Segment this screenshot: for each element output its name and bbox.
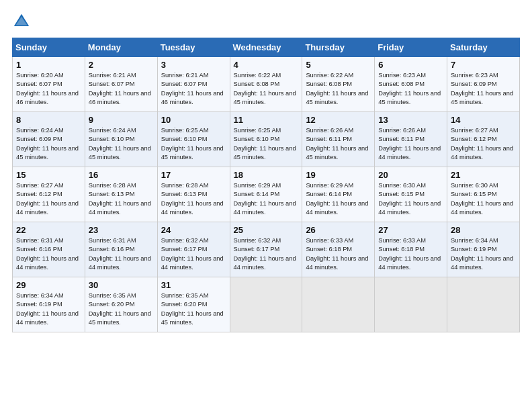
page: SundayMondayTuesdayWednesdayThursdayFrid…: [0, 0, 532, 411]
calendar-cell: 4Sunrise: 6:22 AMSunset: 6:08 PMDaylight…: [230, 57, 302, 112]
calendar-week-row: 22Sunrise: 6:31 AMSunset: 6:16 PMDayligh…: [13, 222, 520, 277]
day-number: 26: [306, 225, 371, 235]
calendar-cell: 22Sunrise: 6:31 AMSunset: 6:16 PMDayligh…: [13, 222, 85, 277]
day-info: Sunrise: 6:27 AMSunset: 6:12 PMDaylight:…: [451, 126, 516, 163]
day-number: 10: [161, 115, 226, 125]
day-number: 5: [306, 60, 371, 70]
day-info: Sunrise: 6:20 AMSunset: 6:07 PMDaylight:…: [16, 71, 81, 107]
logo-icon: [12, 12, 31, 31]
day-number: 19: [306, 170, 371, 180]
day-info: Sunrise: 6:29 AMSunset: 6:14 PMDaylight:…: [306, 181, 371, 218]
day-info: Sunrise: 6:32 AMSunset: 6:17 PMDaylight:…: [234, 236, 299, 273]
calendar-cell: [302, 277, 375, 332]
day-number: 25: [234, 225, 299, 235]
calendar-cell: 14Sunrise: 6:27 AMSunset: 6:12 PMDayligh…: [447, 112, 520, 167]
day-number: 7: [451, 60, 516, 70]
calendar-cell: 30Sunrise: 6:35 AMSunset: 6:20 PMDayligh…: [85, 277, 157, 332]
calendar-week-row: 29Sunrise: 6:34 AMSunset: 6:19 PMDayligh…: [13, 277, 520, 332]
day-info: Sunrise: 6:25 AMSunset: 6:10 PMDaylight:…: [161, 126, 226, 163]
day-number: 11: [234, 115, 299, 125]
day-info: Sunrise: 6:25 AMSunset: 6:10 PMDaylight:…: [234, 126, 299, 163]
weekday-header-thursday: Thursday: [302, 38, 375, 57]
day-number: 17: [161, 170, 226, 180]
day-info: Sunrise: 6:26 AMSunset: 6:11 PMDaylight:…: [306, 126, 371, 163]
day-info: Sunrise: 6:22 AMSunset: 6:08 PMDaylight:…: [306, 71, 371, 107]
day-number: 15: [16, 170, 81, 180]
weekday-header-sunday: Sunday: [13, 38, 85, 57]
calendar-week-row: 15Sunrise: 6:27 AMSunset: 6:12 PMDayligh…: [13, 167, 520, 222]
day-info: Sunrise: 6:28 AMSunset: 6:13 PMDaylight:…: [161, 181, 226, 218]
day-number: 28: [451, 225, 516, 235]
day-number: 27: [378, 225, 443, 235]
day-number: 2: [89, 60, 154, 70]
day-number: 8: [16, 115, 81, 125]
day-info: Sunrise: 6:28 AMSunset: 6:13 PMDaylight:…: [89, 181, 154, 218]
day-info: Sunrise: 6:31 AMSunset: 6:16 PMDaylight:…: [16, 236, 81, 273]
day-info: Sunrise: 6:34 AMSunset: 6:19 PMDaylight:…: [16, 291, 81, 328]
calendar-cell: 27Sunrise: 6:33 AMSunset: 6:18 PMDayligh…: [375, 222, 447, 277]
weekday-header-saturday: Saturday: [447, 38, 520, 57]
day-number: 20: [378, 170, 443, 180]
day-info: Sunrise: 6:29 AMSunset: 6:14 PMDaylight:…: [234, 181, 299, 218]
day-number: 31: [161, 280, 226, 290]
day-number: 12: [306, 115, 371, 125]
day-number: 29: [16, 280, 81, 290]
calendar-cell: 24Sunrise: 6:32 AMSunset: 6:17 PMDayligh…: [157, 222, 230, 277]
calendar-cell: 18Sunrise: 6:29 AMSunset: 6:14 PMDayligh…: [230, 167, 302, 222]
calendar-cell: 2Sunrise: 6:21 AMSunset: 6:07 PMDaylight…: [85, 57, 157, 112]
day-info: Sunrise: 6:35 AMSunset: 6:20 PMDaylight:…: [161, 291, 226, 328]
calendar-cell: 10Sunrise: 6:25 AMSunset: 6:10 PMDayligh…: [157, 112, 230, 167]
day-number: 23: [89, 225, 154, 235]
calendar-cell: 26Sunrise: 6:33 AMSunset: 6:18 PMDayligh…: [302, 222, 375, 277]
header: [12, 12, 520, 31]
day-info: Sunrise: 6:33 AMSunset: 6:18 PMDaylight:…: [306, 236, 371, 273]
day-info: Sunrise: 6:23 AMSunset: 6:09 PMDaylight:…: [451, 71, 516, 107]
day-info: Sunrise: 6:31 AMSunset: 6:16 PMDaylight:…: [89, 236, 154, 273]
day-info: Sunrise: 6:27 AMSunset: 6:12 PMDaylight:…: [16, 181, 81, 218]
calendar-cell: 31Sunrise: 6:35 AMSunset: 6:20 PMDayligh…: [157, 277, 230, 332]
calendar-week-row: 1Sunrise: 6:20 AMSunset: 6:07 PMDaylight…: [13, 57, 520, 112]
day-info: Sunrise: 6:26 AMSunset: 6:11 PMDaylight:…: [378, 126, 443, 163]
day-number: 13: [378, 115, 443, 125]
weekday-header-wednesday: Wednesday: [230, 38, 302, 57]
calendar-cell: 19Sunrise: 6:29 AMSunset: 6:14 PMDayligh…: [302, 167, 375, 222]
logo: [12, 12, 34, 31]
day-info: Sunrise: 6:30 AMSunset: 6:15 PMDaylight:…: [378, 181, 443, 218]
weekday-header-tuesday: Tuesday: [157, 38, 230, 57]
day-info: Sunrise: 6:30 AMSunset: 6:15 PMDaylight:…: [451, 181, 516, 218]
weekday-header-friday: Friday: [375, 38, 447, 57]
day-number: 1: [16, 60, 81, 70]
day-info: Sunrise: 6:24 AMSunset: 6:10 PMDaylight:…: [89, 126, 154, 163]
calendar-cell: 8Sunrise: 6:24 AMSunset: 6:09 PMDaylight…: [13, 112, 85, 167]
day-number: 24: [161, 225, 226, 235]
calendar-cell: 13Sunrise: 6:26 AMSunset: 6:11 PMDayligh…: [375, 112, 447, 167]
day-info: Sunrise: 6:21 AMSunset: 6:07 PMDaylight:…: [89, 71, 154, 107]
weekday-header-monday: Monday: [85, 38, 157, 57]
calendar-cell: 20Sunrise: 6:30 AMSunset: 6:15 PMDayligh…: [375, 167, 447, 222]
weekday-header-row: SundayMondayTuesdayWednesdayThursdayFrid…: [13, 38, 520, 57]
day-number: 21: [451, 170, 516, 180]
day-number: 30: [89, 280, 154, 290]
day-number: 22: [16, 225, 81, 235]
day-info: Sunrise: 6:33 AMSunset: 6:18 PMDaylight:…: [378, 236, 443, 273]
calendar-cell: 16Sunrise: 6:28 AMSunset: 6:13 PMDayligh…: [85, 167, 157, 222]
calendar-cell: 1Sunrise: 6:20 AMSunset: 6:07 PMDaylight…: [13, 57, 85, 112]
calendar-cell: 11Sunrise: 6:25 AMSunset: 6:10 PMDayligh…: [230, 112, 302, 167]
calendar: SundayMondayTuesdayWednesdayThursdayFrid…: [12, 38, 520, 332]
calendar-cell: 9Sunrise: 6:24 AMSunset: 6:10 PMDaylight…: [85, 112, 157, 167]
calendar-cell: 6Sunrise: 6:23 AMSunset: 6:08 PMDaylight…: [375, 57, 447, 112]
day-info: Sunrise: 6:24 AMSunset: 6:09 PMDaylight:…: [16, 126, 81, 163]
calendar-week-row: 8Sunrise: 6:24 AMSunset: 6:09 PMDaylight…: [13, 112, 520, 167]
calendar-cell: [230, 277, 302, 332]
calendar-cell: 25Sunrise: 6:32 AMSunset: 6:17 PMDayligh…: [230, 222, 302, 277]
calendar-cell: 7Sunrise: 6:23 AMSunset: 6:09 PMDaylight…: [447, 57, 520, 112]
calendar-cell: [447, 277, 520, 332]
day-number: 14: [451, 115, 516, 125]
day-info: Sunrise: 6:23 AMSunset: 6:08 PMDaylight:…: [378, 71, 443, 107]
day-info: Sunrise: 6:34 AMSunset: 6:19 PMDaylight:…: [451, 236, 516, 273]
calendar-cell: 15Sunrise: 6:27 AMSunset: 6:12 PMDayligh…: [13, 167, 85, 222]
day-info: Sunrise: 6:21 AMSunset: 6:07 PMDaylight:…: [161, 71, 226, 107]
calendar-cell: 28Sunrise: 6:34 AMSunset: 6:19 PMDayligh…: [447, 222, 520, 277]
calendar-cell: 17Sunrise: 6:28 AMSunset: 6:13 PMDayligh…: [157, 167, 230, 222]
calendar-cell: 3Sunrise: 6:21 AMSunset: 6:07 PMDaylight…: [157, 57, 230, 112]
